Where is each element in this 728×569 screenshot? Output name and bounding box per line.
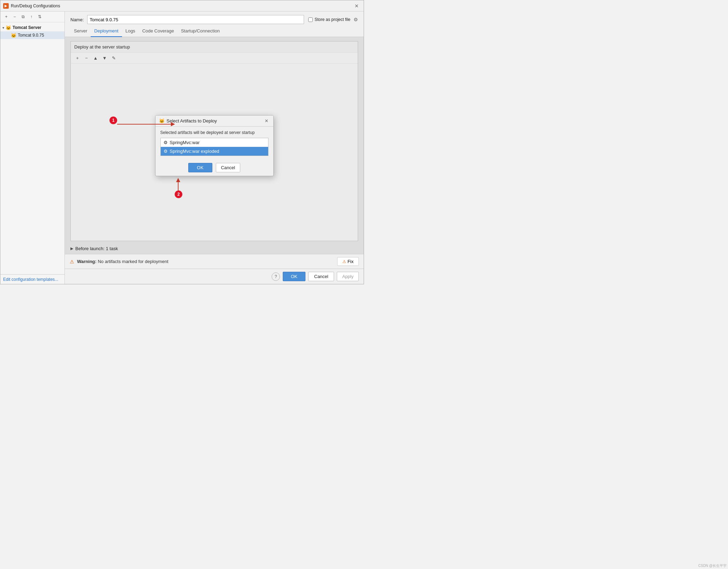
annotation-1: 1: [109, 117, 117, 124]
modal-title-bar: 🐱 Select Artifacts to Deploy ✕: [156, 115, 273, 127]
name-label: Name:: [70, 17, 84, 22]
artifact-war-exploded-icon: ⚙: [164, 149, 168, 154]
store-as-project-checkbox[interactable]: [308, 17, 313, 22]
tree-area: ▾ 🐱 Tomcat Server 🐱 Tomcat 9.0.75: [0, 22, 65, 274]
copy-config-button[interactable]: ⧉: [19, 13, 27, 21]
modal-overlay: 1 🐱 Select Artif: [65, 37, 364, 254]
modal-ok-button[interactable]: OK: [188, 163, 212, 172]
tabs-bar: Server Deployment Logs Code Coverage Sta…: [65, 26, 364, 37]
tree-child-tomcat9[interactable]: 🐱 Tomcat 9.0.75: [0, 31, 65, 39]
tab-deployment[interactable]: Deployment: [91, 26, 122, 37]
tree-group-tomcat[interactable]: ▾ 🐱 Tomcat Server: [0, 24, 65, 31]
left-toolbar: + − ⧉ ↑ ⇅: [0, 12, 65, 22]
warning-detail: No artifacts marked for deployment: [97, 259, 168, 264]
sort-button[interactable]: ⇅: [36, 13, 44, 21]
modal-buttons: OK Cancel: [156, 159, 273, 176]
modal-description: Selected artifacts will be deployed at s…: [160, 130, 268, 135]
right-panel: Name: Store as project file ⚙ Server Dep…: [65, 12, 364, 284]
artifact-war-exploded-label: SpringMvc:war exploded: [170, 149, 219, 154]
warning-icon: ⚠: [70, 259, 74, 264]
tab-logs[interactable]: Logs: [122, 26, 139, 37]
warning-bold: Warning:: [77, 259, 97, 264]
run-debug-window: ▶ Run/Debug Configurations ✕ + − ⧉ ↑ ⇅ ▾…: [0, 0, 364, 284]
tree-child-label: Tomcat 9.0.75: [18, 33, 44, 38]
fix-button-label: Fix: [348, 259, 354, 264]
left-panel: + − ⧉ ↑ ⇅ ▾ 🐱 Tomcat Server 🐱 Tomcat 9.0…: [0, 12, 65, 284]
gear-icon[interactable]: ⚙: [354, 17, 358, 22]
window-title: Run/Debug Configurations: [11, 3, 352, 8]
remove-config-button[interactable]: −: [11, 13, 18, 21]
edit-templates-link[interactable]: Edit configuration templates...: [3, 277, 58, 282]
tomcat-group-icon: 🐱: [6, 25, 11, 30]
tab-startup-connection[interactable]: Startup/Connection: [177, 26, 223, 37]
artifact-war-icon: ⚙: [164, 140, 168, 145]
fix-button[interactable]: ⚠ Fix: [337, 257, 359, 266]
tab-code-coverage[interactable]: Code Coverage: [139, 26, 177, 37]
ok-button[interactable]: OK: [283, 272, 305, 281]
close-button[interactable]: ✕: [352, 2, 361, 9]
title-bar: ▶ Run/Debug Configurations ✕: [0, 0, 364, 12]
modal-title: Select Artifacts to Deploy: [167, 118, 263, 123]
right-header: Name: Store as project file ⚙: [65, 12, 364, 26]
artifact-war-label: SpringMvc:war: [170, 140, 200, 145]
add-config-button[interactable]: +: [2, 13, 10, 21]
modal-icon: 🐱: [159, 118, 165, 123]
warning-text: Warning: No artifacts marked for deploym…: [77, 259, 334, 264]
dialog-row: ? OK Cancel Apply: [65, 269, 364, 284]
tree-chevron-icon: ▾: [2, 26, 4, 30]
tree-group-label: Tomcat Server: [13, 25, 41, 30]
right-content: Deploy at the server startup + − ▲ ▼ ✎ N…: [65, 37, 364, 254]
left-footer: Edit configuration templates...: [0, 274, 65, 284]
warning-footer: ⚠ Warning: No artifacts marked for deplo…: [65, 254, 364, 269]
fix-icon: ⚠: [342, 259, 346, 264]
move-up-button[interactable]: ↑: [28, 13, 35, 21]
tab-server[interactable]: Server: [70, 26, 91, 37]
window-icon: ▶: [3, 3, 9, 9]
annotation-2: 2: [175, 190, 182, 198]
artifact-list: ⚙ SpringMvc:war ⚙ SpringMvc:war exploded: [160, 138, 268, 156]
store-as-project-container: Store as project file ⚙: [308, 17, 358, 22]
select-artifacts-dialog: 🐱 Select Artifacts to Deploy ✕ Selected …: [155, 115, 274, 176]
modal-close-button[interactable]: ✕: [263, 118, 270, 124]
cancel-button[interactable]: Cancel: [308, 272, 334, 281]
modal-cancel-button[interactable]: Cancel: [216, 163, 240, 172]
help-button[interactable]: ?: [272, 272, 280, 281]
body-area: + − ⧉ ↑ ⇅ ▾ 🐱 Tomcat Server 🐱 Tomcat 9.0…: [0, 12, 364, 284]
artifact-item-war[interactable]: ⚙ SpringMvc:war: [161, 138, 268, 147]
modal-body: Selected artifacts will be deployed at s…: [156, 127, 273, 159]
artifact-item-war-exploded[interactable]: ⚙ SpringMvc:war exploded: [161, 147, 268, 156]
apply-button[interactable]: Apply: [337, 272, 359, 281]
name-input[interactable]: [87, 15, 304, 24]
tomcat-child-icon: 🐱: [11, 32, 16, 38]
store-as-project-label: Store as project file: [314, 17, 350, 22]
